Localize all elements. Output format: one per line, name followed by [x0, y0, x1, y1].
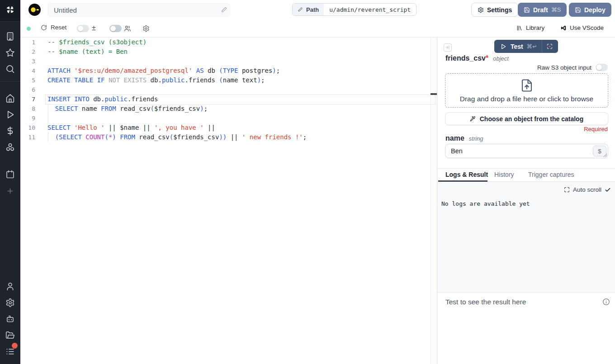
code-editor[interactable]: 1-- $friends_csv (s3object)2-- $name (te…	[20, 38, 437, 364]
tab-logs-result[interactable]: Logs & Result	[445, 171, 488, 178]
edit-title-pencil-icon[interactable]	[221, 6, 227, 13]
test-shortcut: ⌘↵	[527, 43, 537, 50]
windmill-logo-icon[interactable]	[5, 5, 15, 14]
result-placeholder-text: Test to see the result here	[445, 298, 526, 306]
line-number: 9	[20, 113, 35, 123]
draft-label: Draft	[533, 6, 548, 14]
settings-gear-icon[interactable]	[5, 298, 15, 307]
diff-plus-minus-icon: ±	[92, 24, 96, 32]
add-plus-icon[interactable]	[5, 186, 15, 196]
collapse-panel-icon[interactable]	[444, 43, 452, 52]
path-edit-button[interactable]: Path	[293, 4, 324, 15]
line-number: 10	[20, 123, 35, 132]
use-vscode-button[interactable]: Use VScode	[560, 24, 604, 31]
path-value: u/admin/reverent_script	[324, 4, 416, 15]
workspace-icon[interactable]	[5, 32, 15, 41]
dropzone-text: Drag and drop a file here or click to br…	[445, 95, 608, 103]
folders-icon[interactable]	[5, 331, 15, 340]
diff-toggle[interactable]	[77, 25, 89, 32]
auto-scroll-label: Auto scroll	[573, 186, 601, 193]
tab-trigger-captures[interactable]: Trigger captures	[528, 171, 574, 178]
expand-icon	[564, 187, 570, 193]
file-dropzone[interactable]: Drag and drop a file here or click to br…	[445, 73, 608, 108]
check-icon	[605, 187, 611, 193]
test-button[interactable]: Test ⌘↵	[494, 40, 558, 53]
user-icon[interactable]	[5, 282, 15, 291]
resources-cluster-icon[interactable]	[5, 142, 15, 152]
workers-robot-icon[interactable]	[5, 314, 15, 324]
code-text: -- $friends_csv (s3object)	[47, 38, 147, 47]
home-icon[interactable]	[5, 94, 15, 103]
pencil-icon	[298, 7, 303, 12]
editor-settings-icon[interactable]	[142, 25, 150, 32]
code-line[interactable]: 2-- $name (text) = Ben	[20, 47, 427, 57]
line-number: 11	[20, 132, 35, 142]
play-icon	[500, 43, 506, 50]
code-line[interactable]: 7INSERT INTO db.public.friends	[20, 95, 427, 104]
name-input[interactable]	[445, 144, 590, 158]
collaboration-toggle[interactable]	[109, 25, 122, 32]
library-icon	[516, 25, 523, 31]
windmill-script-editor: Path u/admin/reverent_script Settings Dr…	[0, 0, 615, 364]
code-line[interactable]: 8 SELECT name FROM read_csv($friends_csv…	[20, 104, 427, 113]
collaborators-icon[interactable]	[124, 25, 131, 32]
result-tabs: Logs & Result History Trigger captures	[437, 169, 615, 182]
file-upload-icon	[520, 79, 534, 92]
editor-toolbar: Reset ± Library Use VScode	[20, 20, 615, 37]
code-text: CREATE TABLE IF NOT EXISTS db.public.fri…	[47, 76, 265, 85]
argument-friends-csv: friends_csv* object	[445, 54, 509, 62]
notification-dot	[12, 343, 18, 349]
catalog-button-label: Choose an object from the catalog	[480, 115, 583, 123]
choose-object-catalog-button[interactable]: Choose an object from the catalog	[445, 112, 608, 125]
settings-label: Settings	[487, 6, 512, 14]
search-icon[interactable]	[5, 64, 15, 74]
code-line[interactable]: 4ATTACH '$res:u/demo/amazed_postgresql' …	[20, 66, 427, 76]
schedules-calendar-icon[interactable]	[5, 170, 15, 179]
sidebar	[0, 0, 20, 364]
library-button[interactable]: Library	[516, 24, 544, 31]
code-line[interactable]: 3	[20, 57, 427, 66]
logs-panel: Auto scroll No logs are available yet	[437, 182, 615, 293]
required-label: Required	[584, 126, 608, 132]
name-input-wrap: $	[445, 144, 608, 158]
duckdb-logo	[28, 4, 41, 16]
line-number: 6	[20, 85, 35, 95]
code-line[interactable]: 6	[20, 85, 427, 95]
active-tab-underline	[438, 180, 487, 182]
variables-dollar-icon[interactable]	[5, 126, 15, 136]
code-line[interactable]: 5CREATE TABLE IF NOT EXISTS db.public.fr…	[20, 76, 427, 85]
line-number: 3	[20, 57, 35, 66]
arg-type: object	[493, 55, 509, 62]
tab-history[interactable]: History	[494, 171, 514, 178]
code-line[interactable]: 11 (SELECT COUNT(*) FROM read_csv($frien…	[20, 132, 427, 142]
vscode-label: Use VScode	[570, 24, 604, 31]
info-icon[interactable]	[602, 298, 610, 306]
code-line[interactable]: 9	[20, 113, 427, 123]
divider	[542, 40, 542, 53]
runs-play-icon[interactable]	[5, 110, 15, 119]
draft-button[interactable]: Draft ⌘S	[518, 3, 567, 17]
code-text: -- $name (text) = Ben	[47, 47, 128, 57]
line-number: 8	[20, 104, 35, 113]
raw-s3-label: Raw S3 object input	[537, 64, 591, 71]
topbar: Path u/admin/reverent_script Settings Dr…	[20, 0, 615, 20]
code-line[interactable]: 10SELECT 'Hello ' || $name || ', you hav…	[20, 123, 427, 132]
script-title-input[interactable]	[48, 3, 230, 17]
raw-s3-toggle[interactable]	[596, 64, 608, 71]
favorites-star-icon[interactable]	[5, 48, 15, 57]
capture-icon	[546, 43, 553, 50]
reset-button[interactable]: Reset	[41, 24, 66, 31]
draft-shortcut: ⌘S	[551, 6, 561, 13]
path-control[interactable]: Path u/admin/reverent_script	[292, 3, 416, 16]
test-label: Test	[511, 43, 523, 50]
vscode-icon	[560, 25, 567, 31]
code-text: (SELECT COUNT(*) FROM read_csv($friends_…	[47, 132, 307, 142]
reset-icon	[41, 24, 47, 31]
deploy-button[interactable]: Deploy	[569, 3, 611, 17]
code-line[interactable]: 1-- $friends_csv (s3object)	[20, 38, 427, 47]
arg-type: string	[469, 135, 483, 142]
auto-scroll-control[interactable]: Auto scroll	[564, 186, 611, 193]
code-text: SELECT 'Hello ' || $name || ', you have …	[47, 123, 215, 132]
settings-button[interactable]: Settings	[471, 3, 518, 17]
argument-name: name string	[445, 134, 483, 142]
